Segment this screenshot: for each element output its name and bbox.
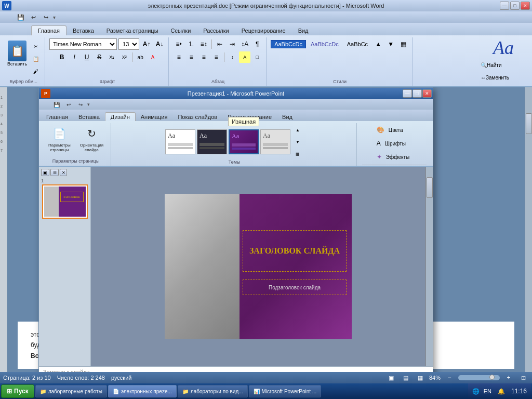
ppt-tab-review[interactable]: Рецензирование <box>222 113 277 121</box>
highlight-btn[interactable]: ab <box>135 51 146 63</box>
numbering-btn[interactable]: 1. <box>185 38 197 50</box>
ppt-minimize-btn[interactable]: — <box>403 89 412 98</box>
fonts-btn[interactable]: Шрифты <box>382 138 408 149</box>
font-color-btn[interactable]: A <box>147 51 158 63</box>
word-maximize-btn[interactable]: □ <box>510 2 520 10</box>
slide-subtitle-box[interactable]: Подзаголовок слайда <box>243 280 347 295</box>
word-view-web[interactable]: ▤ <box>400 372 411 383</box>
start-button[interactable]: ⊞ Пуск <box>1 384 34 398</box>
taskbar-item-1[interactable]: 📄 электронных прeze... <box>108 385 177 397</box>
colors-btn[interactable]: Цвета <box>386 124 406 136</box>
word-tab-home[interactable]: Главная <box>31 25 66 35</box>
effects-btn[interactable]: Эффекты <box>383 151 412 163</box>
ppt-tab-design[interactable]: Дизайн <box>105 112 136 121</box>
grow-font-btn[interactable]: A↑ <box>141 38 152 50</box>
word-view-read[interactable]: ▦ <box>415 372 426 383</box>
shading-btn[interactable]: A <box>239 51 250 63</box>
theme-thumb-3[interactable]: Aa Изящная <box>229 129 259 154</box>
word-tab-mailings[interactable]: Рассылки <box>197 26 235 35</box>
styles-scroll-up[interactable]: ▲ <box>373 38 384 50</box>
format-painter-btn[interactable]: 🖌 <box>30 65 42 77</box>
show-marks-btn[interactable]: ¶ <box>251 38 263 50</box>
word-view-print[interactable]: ▣ <box>385 372 397 383</box>
word-undo-btn[interactable]: ↩ <box>28 12 38 22</box>
word-redo-btn[interactable]: ↪ <box>41 12 51 22</box>
ppt-scrollbar[interactable] <box>425 167 433 366</box>
font-size-select[interactable]: 13 <box>118 38 139 50</box>
tray-notification[interactable]: 🔔 <box>496 385 507 397</box>
ppt-orientation-btn[interactable]: ↻ Ориентация слайда <box>77 124 107 153</box>
theme-thumb-4[interactable]: Aa <box>260 129 290 154</box>
styles-scroll-dn[interactable]: ▼ <box>385 38 396 50</box>
styles-expand[interactable]: ▦ <box>397 38 409 50</box>
style-heading1[interactable]: AaBbCcDc <box>271 40 306 48</box>
scroll-thumb[interactable] <box>427 177 433 198</box>
themes-expand[interactable]: ▦ <box>292 148 303 159</box>
underline-btn[interactable]: U <box>81 51 92 63</box>
multi-level-btn[interactable]: ≡↕ <box>198 38 209 50</box>
theme-thumb-2[interactable]: Aa <box>197 129 227 154</box>
word-close-btn[interactable]: ✕ <box>521 2 530 10</box>
align-left-btn[interactable]: ≡ <box>173 51 184 63</box>
word-tab-insert[interactable]: Вставка <box>66 26 100 35</box>
taskbar-item-0[interactable]: 📁 лабораторные работы <box>35 385 107 397</box>
subscript-btn[interactable]: X₂ <box>106 51 117 63</box>
word-tab-view[interactable]: Вид <box>292 26 315 35</box>
word-zoom-slider[interactable] <box>458 375 500 380</box>
slide-thumbnail[interactable]: ЗАГОЛОВОК <box>42 184 88 219</box>
bullets-btn[interactable]: ≡• <box>173 38 184 50</box>
sort-btn[interactable]: ↕A <box>239 38 250 50</box>
ppt-notes[interactable]: Заметки к слайду <box>39 366 433 372</box>
panel-close-btn[interactable]: ✕ <box>60 169 67 176</box>
theme-thumb-1[interactable]: Aa <box>165 129 195 154</box>
decrease-indent-btn[interactable]: ⇤ <box>214 38 225 50</box>
line-spacing-btn[interactable]: ↕ <box>227 51 238 63</box>
word-scrollbar[interactable] <box>525 87 532 372</box>
copy-btn[interactable]: 📋 <box>30 53 42 64</box>
find-btn[interactable]: 🔍 Найти <box>480 59 527 71</box>
word-fit-btn[interactable]: ⊡ <box>517 372 529 383</box>
ppt-tab-slideshow[interactable]: Показ слайдов <box>172 113 222 121</box>
word-scroll-thumb[interactable] <box>526 113 532 134</box>
word-tab-refs[interactable]: Ссылки <box>165 26 197 35</box>
word-zoom-out[interactable]: − <box>444 372 455 383</box>
panel-toggle-btn[interactable]: ▣ <box>41 169 49 176</box>
word-paste-btn[interactable]: 📋 Вставить <box>5 38 29 69</box>
ppt-close-btn[interactable]: ✕ <box>422 89 432 98</box>
superscript-btn[interactable]: X² <box>118 51 130 63</box>
ppt-tab-home[interactable]: Главная <box>41 113 73 121</box>
ppt-maximize-btn[interactable]: □ <box>413 89 422 98</box>
word-zoom-in[interactable]: + <box>503 372 514 383</box>
style-heading2[interactable]: AaBbCcDc <box>307 40 342 48</box>
panel-list-btn[interactable]: ☰ <box>50 169 59 176</box>
word-minimize-btn[interactable]: — <box>500 2 509 10</box>
word-save-btn[interactable]: 💾 <box>16 12 26 22</box>
italic-btn[interactable]: I <box>69 51 80 63</box>
ppt-edit-area[interactable]: ЗАГОЛОВОК СЛАЙДА Подзаголовок слайда <box>91 167 425 366</box>
taskbar-item-2[interactable]: 📁 лабораторки по вид... <box>178 385 248 397</box>
style-normal[interactable]: AaBbCc <box>343 40 371 48</box>
increase-indent-btn[interactable]: ⇥ <box>227 38 238 50</box>
themes-scroll-up[interactable]: ▲ <box>292 124 303 136</box>
align-center-btn[interactable]: ≡ <box>185 51 197 63</box>
strikethrough-btn[interactable]: S <box>94 51 105 63</box>
justify-btn[interactable]: ≡ <box>210 51 222 63</box>
ppt-page-setup-btn[interactable]: 📄 Параметры страницы <box>45 124 74 153</box>
border-btn[interactable]: □ <box>251 51 263 63</box>
ppt-undo-btn[interactable]: ↩ <box>63 100 74 109</box>
word-tab-review[interactable]: Рецензирование <box>235 26 292 35</box>
replace-btn[interactable]: ↔ Заменить <box>480 72 527 83</box>
taskbar-item-3[interactable]: 📊 Microsoft PowerPoint ... <box>249 385 322 397</box>
ppt-tab-insert[interactable]: Вставка <box>73 113 105 121</box>
font-name-select[interactable]: Times New Roman <box>49 38 117 50</box>
word-tab-layout[interactable]: Разметка страницы <box>100 26 165 35</box>
shrink-font-btn[interactable]: A↓ <box>154 38 165 50</box>
ppt-save-btn[interactable]: 💾 <box>51 100 62 109</box>
ppt-tab-view[interactable]: Вид <box>277 113 298 121</box>
themes-scroll-dn[interactable]: ▼ <box>292 136 303 148</box>
align-right-btn[interactable]: ≡ <box>198 51 209 63</box>
cut-btn[interactable]: ✂ <box>30 41 42 52</box>
ppt-tab-animation[interactable]: Анимация <box>136 113 173 121</box>
ppt-redo-btn[interactable]: ↪ <box>75 100 86 109</box>
bold-btn[interactable]: B <box>56 51 68 63</box>
